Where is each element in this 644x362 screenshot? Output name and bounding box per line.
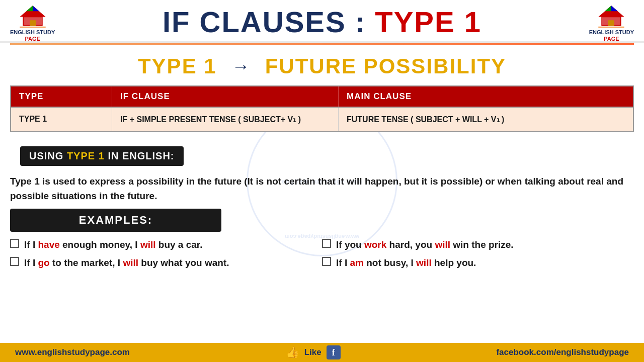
th-if-clause: IF CLAUSE bbox=[112, 86, 338, 107]
using-box-text: USING TYPE 1 IN ENGLISH: bbox=[29, 150, 175, 161]
logo-right-text: ENGLISH STUDYPAGE bbox=[589, 29, 634, 42]
checkbox-4 bbox=[322, 257, 331, 266]
footer: www.englishstudypage.com 👍 Like f facebo… bbox=[0, 343, 644, 362]
header: ENGLISH STUDYPAGE IF CLAUSES : TYPE 1 EN… bbox=[0, 0, 644, 43]
example-item-3: If you work hard, you will win the prize… bbox=[322, 238, 634, 252]
arrow-icon: → bbox=[232, 56, 250, 77]
facebook-icon: f bbox=[327, 345, 341, 359]
grammar-table: TYPE IF CLAUSE MAIN CLAUSE TYPE 1 IF + S… bbox=[10, 85, 634, 132]
checkbox-1 bbox=[10, 239, 19, 248]
svg-marker-9 bbox=[611, 6, 618, 11]
td-main-clause: FUTURE TENSE ( SUBJECT + WILL + V₁ ) bbox=[338, 108, 633, 131]
title-part1: IF CLAUSES : bbox=[163, 6, 375, 38]
table-header-row: TYPE IF CLAUSE MAIN CLAUSE bbox=[11, 86, 633, 107]
example-item-4: If I am not busy, I will help you. bbox=[322, 256, 634, 270]
svg-marker-2 bbox=[33, 6, 39, 11]
examples-right: If you work hard, you will win the prize… bbox=[322, 238, 634, 275]
logo-left-text: ENGLISH STUDYPAGE bbox=[10, 29, 55, 42]
examples-left: If I have enough money, I will buy a car… bbox=[10, 238, 322, 275]
examples-section: If I have enough money, I will buy a car… bbox=[10, 238, 634, 275]
td-type: TYPE 1 bbox=[11, 108, 112, 131]
table-data-row: TYPE 1 IF + SIMPLE PRESENT TENSE ( SUBJE… bbox=[11, 107, 633, 131]
checkbox-3 bbox=[322, 239, 331, 248]
footer-facebook: facebook.com/englishstudypage bbox=[496, 347, 629, 357]
td-if-clause: IF + SIMPLE PRESENT TENSE ( SUBJECT+ V₁ … bbox=[112, 108, 338, 131]
header-title: IF CLAUSES : TYPE 1 bbox=[163, 5, 481, 39]
footer-center: 👍 Like f bbox=[286, 345, 341, 359]
logo-left: ENGLISH STUDYPAGE bbox=[10, 4, 55, 42]
footer-website: www.englishstudypage.com bbox=[15, 347, 130, 357]
using-type1-box: USING TYPE 1 IN ENGLISH: bbox=[20, 146, 184, 166]
subtitle-row: TYPE 1 → FUTURE POSSIBILITY bbox=[0, 45, 644, 85]
example-item-1: If I have enough money, I will buy a car… bbox=[10, 238, 322, 252]
examples-box: EXAMPLES: bbox=[10, 209, 221, 232]
logo-right: ENGLISH STUDYPAGE bbox=[589, 4, 634, 42]
svg-marker-8 bbox=[605, 6, 612, 11]
thumbs-up-icon: 👍 bbox=[286, 346, 299, 359]
example-item-2: If I go to the market, I will buy what y… bbox=[10, 256, 322, 270]
description-text: Type 1 is used to express a possibility … bbox=[10, 174, 634, 204]
title-part2: TYPE 1 bbox=[375, 6, 481, 38]
th-main-clause: MAIN CLAUSE bbox=[338, 86, 633, 107]
th-type: TYPE bbox=[11, 86, 112, 107]
svg-rect-12 bbox=[608, 20, 614, 26]
svg-marker-1 bbox=[26, 6, 33, 11]
examples-label: EXAMPLES: bbox=[79, 214, 152, 226]
subtitle-future: FUTURE POSSIBILITY bbox=[265, 54, 506, 78]
svg-rect-5 bbox=[30, 20, 36, 26]
checkbox-2 bbox=[10, 257, 19, 266]
like-text: Like bbox=[304, 347, 321, 357]
subtitle-type1: TYPE 1 bbox=[138, 54, 217, 78]
